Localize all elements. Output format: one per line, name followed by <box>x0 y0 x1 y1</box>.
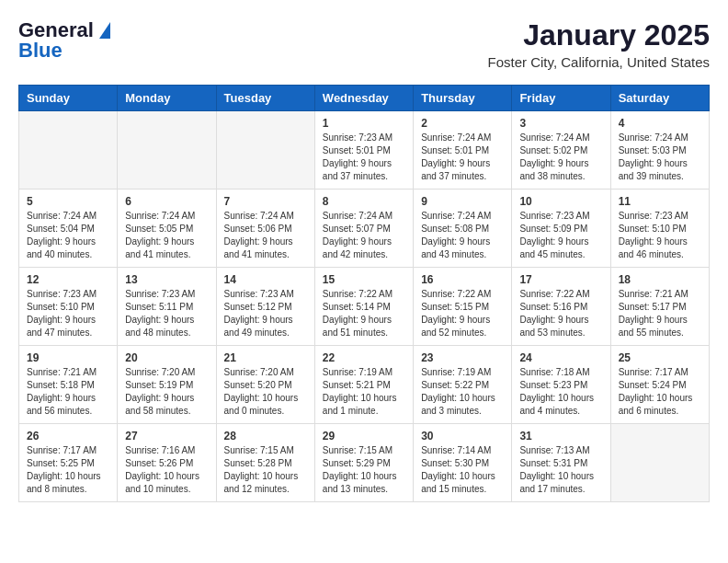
day-info: Sunrise: 7:22 AM Sunset: 5:15 PM Dayligh… <box>421 288 504 339</box>
day-number: 5 <box>27 195 109 208</box>
day-number: 10 <box>519 195 602 208</box>
calendar-week-row: 1Sunrise: 7:23 AM Sunset: 5:01 PM Daylig… <box>19 111 710 190</box>
calendar-week-row: 12Sunrise: 7:23 AM Sunset: 5:10 PM Dayli… <box>19 268 710 346</box>
calendar-day-cell: 26Sunrise: 7:17 AM Sunset: 5:25 PM Dayli… <box>19 424 118 502</box>
weekday-header-cell: Monday <box>118 86 216 111</box>
calendar-day-cell <box>216 111 314 190</box>
calendar-week-row: 5Sunrise: 7:24 AM Sunset: 5:04 PM Daylig… <box>19 190 710 268</box>
day-info: Sunrise: 7:23 AM Sunset: 5:10 PM Dayligh… <box>27 288 109 339</box>
location-title: Foster City, California, United States <box>488 54 710 70</box>
day-number: 19 <box>27 351 109 364</box>
day-number: 13 <box>125 273 208 286</box>
day-number: 6 <box>125 195 208 208</box>
calendar-day-cell: 8Sunrise: 7:24 AM Sunset: 5:07 PM Daylig… <box>314 190 413 268</box>
calendar-day-cell: 25Sunrise: 7:17 AM Sunset: 5:24 PM Dayli… <box>610 346 709 424</box>
weekday-header-cell: Wednesday <box>314 86 413 111</box>
day-number: 15 <box>323 273 405 286</box>
day-number: 25 <box>619 351 701 364</box>
day-number: 23 <box>421 351 504 364</box>
logo-triangle-icon <box>99 22 110 39</box>
calendar-day-cell: 30Sunrise: 7:14 AM Sunset: 5:30 PM Dayli… <box>414 424 512 502</box>
day-info: Sunrise: 7:17 AM Sunset: 5:24 PM Dayligh… <box>619 366 701 418</box>
day-info: Sunrise: 7:24 AM Sunset: 5:03 PM Dayligh… <box>619 132 701 183</box>
day-info: Sunrise: 7:24 AM Sunset: 5:02 PM Dayligh… <box>519 132 602 183</box>
calendar-day-cell: 31Sunrise: 7:13 AM Sunset: 5:31 PM Dayli… <box>512 424 610 502</box>
day-info: Sunrise: 7:24 AM Sunset: 5:08 PM Dayligh… <box>421 210 504 261</box>
day-number: 26 <box>27 430 109 442</box>
day-info: Sunrise: 7:18 AM Sunset: 5:23 PM Dayligh… <box>519 366 602 418</box>
day-number: 12 <box>27 273 109 286</box>
day-info: Sunrise: 7:17 AM Sunset: 5:25 PM Dayligh… <box>27 444 109 496</box>
day-info: Sunrise: 7:21 AM Sunset: 5:17 PM Dayligh… <box>619 288 701 339</box>
day-number: 27 <box>125 430 208 442</box>
day-info: Sunrise: 7:22 AM Sunset: 5:16 PM Dayligh… <box>519 288 602 339</box>
day-info: Sunrise: 7:13 AM Sunset: 5:31 PM Dayligh… <box>519 444 602 496</box>
day-number: 31 <box>519 430 602 442</box>
calendar-day-cell <box>19 111 118 190</box>
month-title: January 2025 <box>488 18 710 52</box>
calendar-week-row: 26Sunrise: 7:17 AM Sunset: 5:25 PM Dayli… <box>19 424 710 502</box>
day-info: Sunrise: 7:15 AM Sunset: 5:28 PM Dayligh… <box>224 444 307 496</box>
weekday-header-cell: Thursday <box>414 86 512 111</box>
day-number: 30 <box>421 430 504 442</box>
calendar-day-cell: 28Sunrise: 7:15 AM Sunset: 5:28 PM Dayli… <box>216 424 314 502</box>
weekday-header-cell: Saturday <box>610 86 709 111</box>
calendar-day-cell: 29Sunrise: 7:15 AM Sunset: 5:29 PM Dayli… <box>314 424 413 502</box>
calendar-day-cell: 1Sunrise: 7:23 AM Sunset: 5:01 PM Daylig… <box>314 111 413 190</box>
day-info: Sunrise: 7:21 AM Sunset: 5:18 PM Dayligh… <box>27 366 109 418</box>
calendar-day-cell: 27Sunrise: 7:16 AM Sunset: 5:26 PM Dayli… <box>118 424 216 502</box>
calendar-day-cell: 21Sunrise: 7:20 AM Sunset: 5:20 PM Dayli… <box>216 346 314 424</box>
day-number: 16 <box>421 273 504 286</box>
calendar-day-cell: 17Sunrise: 7:22 AM Sunset: 5:16 PM Dayli… <box>512 268 610 346</box>
day-info: Sunrise: 7:22 AM Sunset: 5:14 PM Dayligh… <box>323 288 405 339</box>
weekday-header-row: SundayMondayTuesdayWednesdayThursdayFrid… <box>19 86 710 111</box>
calendar-day-cell: 19Sunrise: 7:21 AM Sunset: 5:18 PM Dayli… <box>19 346 118 424</box>
calendar-day-cell: 15Sunrise: 7:22 AM Sunset: 5:14 PM Dayli… <box>314 268 413 346</box>
day-number: 3 <box>519 117 602 130</box>
day-info: Sunrise: 7:24 AM Sunset: 5:04 PM Dayligh… <box>27 210 109 261</box>
calendar-week-row: 19Sunrise: 7:21 AM Sunset: 5:18 PM Dayli… <box>19 346 710 424</box>
day-number: 2 <box>421 117 504 130</box>
day-number: 24 <box>519 351 602 364</box>
day-number: 28 <box>224 430 307 442</box>
weekday-header-cell: Tuesday <box>216 86 314 111</box>
calendar-day-cell: 20Sunrise: 7:20 AM Sunset: 5:19 PM Dayli… <box>118 346 216 424</box>
day-info: Sunrise: 7:19 AM Sunset: 5:21 PM Dayligh… <box>323 366 405 418</box>
day-number: 7 <box>224 195 307 208</box>
calendar-day-cell: 24Sunrise: 7:18 AM Sunset: 5:23 PM Dayli… <box>512 346 610 424</box>
day-number: 8 <box>323 195 405 208</box>
page-header: General Blue January 2025 Foster City, C… <box>18 18 710 70</box>
calendar-body: 1Sunrise: 7:23 AM Sunset: 5:01 PM Daylig… <box>19 111 710 502</box>
title-block: January 2025 Foster City, California, Un… <box>488 18 710 70</box>
day-info: Sunrise: 7:23 AM Sunset: 5:12 PM Dayligh… <box>224 288 307 339</box>
day-number: 4 <box>619 117 701 130</box>
day-number: 21 <box>224 351 307 364</box>
calendar-day-cell: 23Sunrise: 7:19 AM Sunset: 5:22 PM Dayli… <box>414 346 512 424</box>
day-info: Sunrise: 7:23 AM Sunset: 5:10 PM Dayligh… <box>619 210 701 261</box>
day-number: 18 <box>619 273 701 286</box>
day-info: Sunrise: 7:23 AM Sunset: 5:09 PM Dayligh… <box>519 210 602 261</box>
calendar-day-cell: 9Sunrise: 7:24 AM Sunset: 5:08 PM Daylig… <box>414 190 512 268</box>
day-number: 20 <box>125 351 208 364</box>
day-number: 17 <box>519 273 602 286</box>
calendar-day-cell <box>118 111 216 190</box>
calendar-day-cell: 5Sunrise: 7:24 AM Sunset: 5:04 PM Daylig… <box>19 190 118 268</box>
day-info: Sunrise: 7:19 AM Sunset: 5:22 PM Dayligh… <box>421 366 504 418</box>
day-info: Sunrise: 7:16 AM Sunset: 5:26 PM Dayligh… <box>125 444 208 496</box>
day-info: Sunrise: 7:24 AM Sunset: 5:05 PM Dayligh… <box>125 210 208 261</box>
calendar-day-cell: 16Sunrise: 7:22 AM Sunset: 5:15 PM Dayli… <box>414 268 512 346</box>
logo: General Blue <box>18 18 110 63</box>
calendar-day-cell: 13Sunrise: 7:23 AM Sunset: 5:11 PM Dayli… <box>118 268 216 346</box>
calendar-day-cell <box>610 424 709 502</box>
day-info: Sunrise: 7:15 AM Sunset: 5:29 PM Dayligh… <box>323 444 405 496</box>
calendar-day-cell: 3Sunrise: 7:24 AM Sunset: 5:02 PM Daylig… <box>512 111 610 190</box>
day-info: Sunrise: 7:14 AM Sunset: 5:30 PM Dayligh… <box>421 444 504 496</box>
calendar-day-cell: 2Sunrise: 7:24 AM Sunset: 5:01 PM Daylig… <box>414 111 512 190</box>
calendar-day-cell: 12Sunrise: 7:23 AM Sunset: 5:10 PM Dayli… <box>19 268 118 346</box>
day-number: 1 <box>323 117 405 130</box>
day-info: Sunrise: 7:23 AM Sunset: 5:11 PM Dayligh… <box>125 288 208 339</box>
calendar-day-cell: 22Sunrise: 7:19 AM Sunset: 5:21 PM Dayli… <box>314 346 413 424</box>
day-number: 11 <box>619 195 701 208</box>
calendar-day-cell: 10Sunrise: 7:23 AM Sunset: 5:09 PM Dayli… <box>512 190 610 268</box>
day-info: Sunrise: 7:20 AM Sunset: 5:19 PM Dayligh… <box>125 366 208 418</box>
